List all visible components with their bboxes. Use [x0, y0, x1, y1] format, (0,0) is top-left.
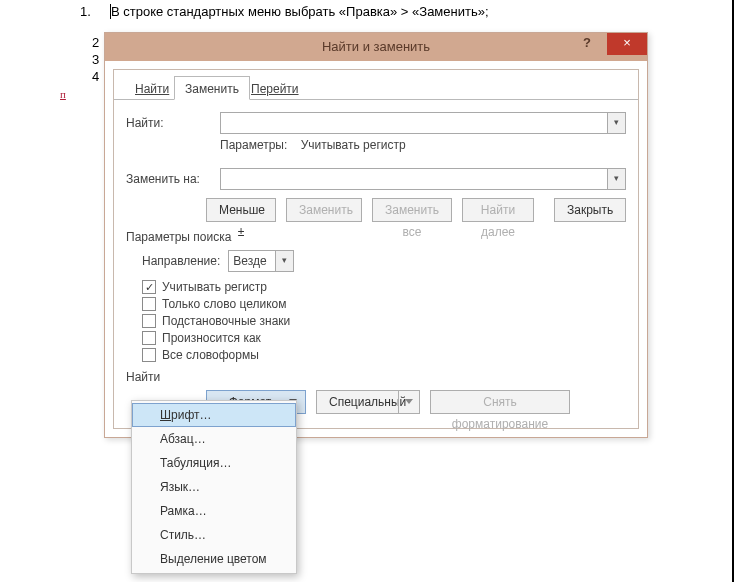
list-number: 2: [92, 34, 99, 51]
list-number: 1.: [80, 4, 91, 19]
list-number: 4: [92, 68, 99, 85]
replace-button[interactable]: Заменить: [286, 198, 362, 222]
menu-label: Абзац…: [160, 432, 206, 446]
less-button[interactable]: Меньше ±: [206, 198, 276, 222]
special-button[interactable]: Специальный: [316, 390, 420, 414]
dialog-title: Найти и заменить: [322, 33, 430, 61]
tab-find[interactable]: Найти: [124, 76, 180, 100]
chevron-down-icon[interactable]: ▾: [607, 169, 625, 189]
tab-goto[interactable]: Перейти: [240, 76, 310, 100]
help-button[interactable]: ?: [567, 33, 607, 55]
replace-all-button[interactable]: Заменить все: [372, 198, 452, 222]
checkbox-label: Учитывать регистр: [162, 280, 267, 294]
caret-down-icon: [405, 399, 413, 404]
paragraph-mark: п: [60, 88, 66, 100]
menu-label: Табуляция…: [160, 456, 231, 470]
direction-select[interactable]: Везде ▾: [228, 250, 294, 272]
doc-line-1: 1. В строке стандартных меню выбрать «Пр…: [80, 4, 489, 19]
replace-label: Заменить на:: [126, 172, 220, 186]
menu-tabs[interactable]: Табуляция…: [132, 451, 296, 475]
menu-font[interactable]: Шрифт…: [132, 403, 296, 427]
checkbox-wordforms[interactable]: [142, 348, 156, 362]
menu-label: Стиль…: [160, 528, 206, 542]
list-number: 3: [92, 51, 99, 68]
menu-label: Рамка…: [160, 504, 207, 518]
checkbox-label: Подстановочные знаки: [162, 314, 290, 328]
menu-paragraph[interactable]: Абзац…: [132, 427, 296, 451]
tab-strip: Найти Заменить Перейти: [114, 76, 638, 100]
menu-label: Язык…: [160, 480, 200, 494]
menu-style[interactable]: Стиль…: [132, 523, 296, 547]
clear-format-button[interactable]: Снять форматирование: [430, 390, 570, 414]
tab-replace[interactable]: Заменить: [174, 76, 250, 100]
chevron-down-icon[interactable]: ▾: [607, 113, 625, 133]
checkbox-sounds[interactable]: [142, 331, 156, 345]
page-border: [732, 0, 734, 582]
close-button[interactable]: ×: [607, 33, 647, 55]
menu-label: рифт…: [171, 408, 211, 422]
find-section-label: Найти: [126, 370, 626, 384]
direction-label: Направление:: [142, 254, 220, 268]
close-dialog-button[interactable]: Закрыть: [554, 198, 626, 222]
chevron-down-icon[interactable]: ▾: [275, 251, 293, 271]
menu-language[interactable]: Язык…: [132, 475, 296, 499]
find-replace-dialog: Найти и заменить ? × Найти Заменить Пере…: [104, 32, 648, 438]
find-label: Найти:: [126, 116, 220, 130]
replace-input[interactable]: ▾: [220, 168, 626, 190]
checkbox-case[interactable]: ✓: [142, 280, 156, 294]
direction-value: Везде: [233, 254, 266, 268]
menu-frame[interactable]: Рамка…: [132, 499, 296, 523]
checkbox-wildcards[interactable]: [142, 314, 156, 328]
doc-text: В строке стандартных меню выбрать «Правк…: [111, 4, 489, 19]
options-value: Учитывать регистр: [301, 138, 406, 152]
checkbox-label: Все словоформы: [162, 348, 259, 362]
doc-nums: 2 3 4: [92, 34, 99, 85]
find-input[interactable]: ▾: [220, 112, 626, 134]
checkbox-label: Только слово целиком: [162, 297, 287, 311]
search-params-label: Параметры поиска: [126, 230, 626, 244]
checkbox-whole[interactable]: [142, 297, 156, 311]
menu-highlight[interactable]: Выделение цветом: [132, 547, 296, 571]
format-dropdown: Шрифт… Абзац… Табуляция… Язык… Рамка… Ст…: [131, 400, 297, 574]
find-next-button[interactable]: Найти далее: [462, 198, 534, 222]
options-label: Параметры:: [220, 138, 287, 152]
titlebar[interactable]: Найти и заменить ? ×: [105, 33, 647, 61]
checkbox-label: Произносится как: [162, 331, 261, 345]
menu-label: Выделение цветом: [160, 552, 267, 566]
